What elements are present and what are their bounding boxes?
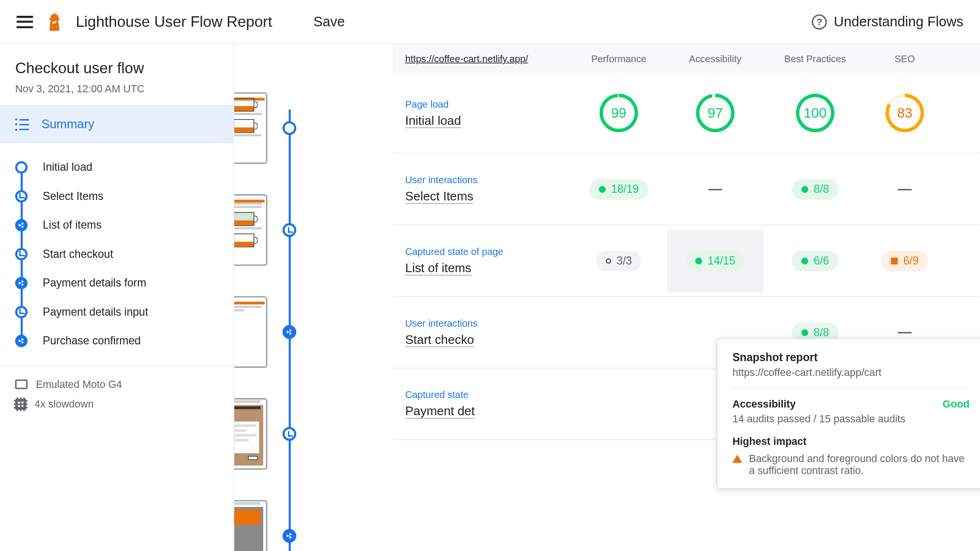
row-label[interactable]: User interactionsStart checko (405, 318, 571, 347)
dot-icon (802, 329, 808, 336)
sidebar-flow-item[interactable]: Start checkout (15, 240, 234, 268)
col-accessibility: Accessibility (667, 53, 764, 64)
row-label[interactable]: Captured state of pageList of items (405, 246, 571, 276)
summary-label: Summary (41, 117, 94, 132)
score-pill: 18/19 (589, 179, 648, 199)
step-name: Initial load (405, 113, 571, 128)
aperture-icon (15, 335, 28, 347)
tooltip-rating: Good (943, 398, 969, 409)
score-pill: 3/3 (596, 250, 641, 271)
cpu-label: 4x slowdown (34, 398, 94, 409)
score-cell[interactable]: — (667, 181, 764, 197)
app-title: Lighthouse User Flow Report (76, 13, 272, 31)
score-cell[interactable]: 100 (764, 94, 867, 132)
main-content: https://coffee-cart.netlify.app/ Perform… (234, 44, 980, 551)
flow-date: Nov 3, 2021, 12:00 AM UTC (15, 83, 219, 94)
tooltip-impact-text: Background and foreground colors do not … (749, 452, 969, 476)
tooltip-impact-heading: Highest impact (733, 435, 969, 447)
gather-settings: Emulated Moto G4 4x slowdown (0, 366, 234, 422)
flow-item-label: Payment details form (43, 277, 146, 289)
score-cell[interactable]: 6/9 (867, 250, 943, 271)
clock-icon (15, 190, 28, 202)
col-seo: SEO (867, 53, 943, 64)
clock-icon (282, 427, 296, 441)
sidebar-flow-item[interactable]: Select Items (15, 182, 234, 210)
score-gauge: 97 (696, 94, 735, 132)
score-cell[interactable]: 6/6 (764, 250, 867, 271)
dot-icon (599, 186, 605, 192)
topbar: Lighthouse User Flow Report Save ? Under… (0, 0, 980, 44)
timeline-thumbnail[interactable] (234, 194, 267, 266)
score-gauge: 99 (600, 94, 638, 132)
sidebar-flow-item[interactable]: Purchase confirmed (15, 327, 234, 355)
help-label: Understanding Flows (834, 14, 964, 30)
sidebar-summary[interactable]: Summary (0, 105, 234, 143)
step-type: Page load (405, 98, 571, 109)
score-pill: 6/6 (791, 250, 838, 271)
sidebar-flow-item[interactable]: Initial load (15, 153, 234, 182)
flow-nav: Initial loadSelect ItemsList of itemsSta… (0, 143, 234, 366)
help-link[interactable]: ? Understanding Flows (812, 14, 964, 30)
timeline-thumbnail[interactable] (234, 92, 267, 164)
score-gauge: 100 (796, 94, 835, 132)
score-tooltip: Snapshot report https://coffee-cart.netl… (717, 338, 980, 489)
clock-icon (15, 306, 28, 318)
step-type: User interactions (405, 318, 571, 329)
tooltip-title: Snapshot report (733, 351, 969, 364)
score-cell[interactable]: 83 (867, 94, 943, 132)
score-cell[interactable]: 18/19 (570, 179, 667, 199)
score-cell[interactable]: 8/8 (764, 179, 867, 199)
score-cell[interactable]: 99 (570, 94, 667, 132)
col-best-practices: Best Practices (764, 53, 867, 64)
save-button[interactable]: Save (313, 14, 345, 30)
dot-icon (802, 186, 808, 192)
step-name: Select Items (405, 189, 571, 204)
flow-title: Checkout user flow (15, 59, 219, 77)
report-url[interactable]: https://coffee-cart.netlify.app/ (405, 53, 571, 64)
sidebar: Checkout user flow Nov 3, 2021, 12:00 AM… (0, 44, 234, 551)
ring-icon (606, 258, 612, 264)
sidebar-flow-item[interactable]: Payment details form (15, 269, 234, 298)
timeline-thumbnail[interactable] (234, 296, 267, 368)
dash-icon: — (708, 181, 722, 197)
step-type: Captured state of page (405, 246, 571, 257)
clock-icon (282, 223, 296, 237)
warning-triangle-icon (733, 454, 742, 463)
score-cell[interactable]: 3/3 (570, 250, 667, 271)
menu-icon[interactable] (17, 15, 33, 28)
list-icon (15, 119, 29, 130)
row-label[interactable]: Captured statePayment det (405, 389, 571, 419)
step-name: List of items (405, 261, 571, 276)
score-gauge: 83 (885, 94, 924, 132)
score-cell[interactable]: — (867, 181, 943, 197)
step-type: Captured state (405, 389, 571, 400)
score-pill: 8/8 (791, 179, 838, 199)
dot-icon (695, 257, 702, 264)
cpu-icon (15, 398, 26, 409)
step-type: User interactions (405, 174, 571, 185)
score-cell[interactable]: 97 (667, 94, 764, 132)
dash-icon: — (898, 181, 912, 197)
help-icon: ? (812, 14, 827, 30)
flow-item-label: List of items (43, 219, 101, 231)
sidebar-flow-item[interactable]: List of items (15, 211, 234, 240)
row-label[interactable]: Page loadInitial load (405, 98, 571, 128)
device-label: Emulated Moto G4 (36, 378, 122, 390)
circle-icon (15, 161, 28, 174)
flow-item-label: Initial load (43, 161, 92, 174)
score-cell[interactable]: 14/15 (667, 230, 764, 292)
flow-item-label: Start checkout (43, 248, 113, 260)
col-performance: Performance (570, 53, 667, 64)
timeline-thumbnail[interactable] (234, 398, 267, 470)
sidebar-flow-item[interactable]: Payment details input (15, 298, 234, 326)
report-row: Captured state of pageList of items3/314… (393, 225, 980, 297)
dot-icon (802, 257, 808, 264)
aperture-icon (15, 219, 28, 231)
device-icon (15, 379, 28, 389)
timeline-thumbnail[interactable] (234, 500, 267, 551)
step-name: Payment det (405, 404, 571, 419)
tooltip-category: Accessibility (733, 398, 796, 409)
row-label[interactable]: User interactionsSelect Items (405, 174, 571, 204)
table-header: https://coffee-cart.netlify.app/ Perform… (393, 44, 980, 73)
aperture-icon (282, 325, 296, 339)
